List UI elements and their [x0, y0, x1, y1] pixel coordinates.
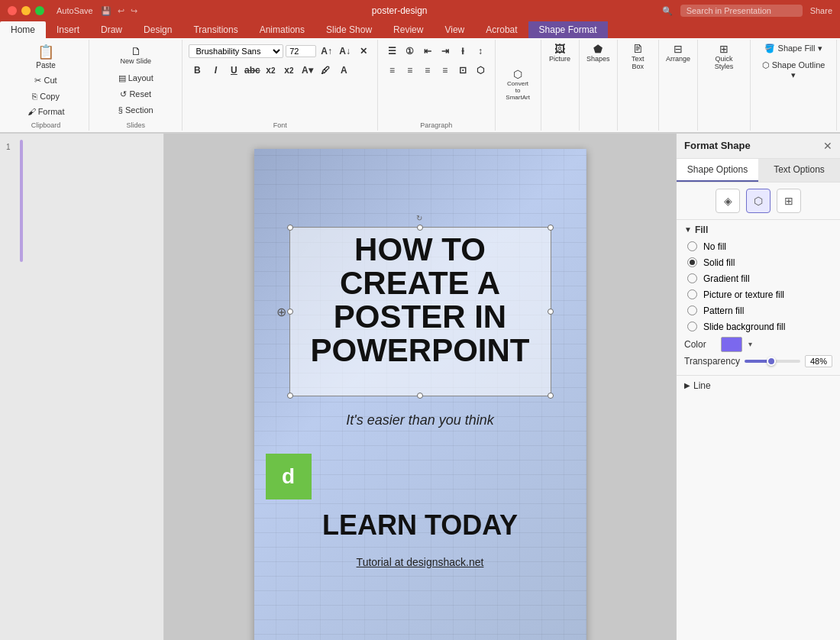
- fill-option-no-fill[interactable]: No fill: [684, 240, 832, 254]
- transparency-value-input[interactable]: [805, 355, 832, 367]
- text-direction[interactable]: ⊡: [454, 62, 470, 79]
- superscript-button[interactable]: x2: [262, 62, 279, 79]
- handle-bot-right[interactable]: [548, 393, 554, 399]
- tab-review[interactable]: Review: [383, 21, 434, 38]
- gradient-fill-label: Gradient fill: [703, 273, 750, 284]
- shape-outline-button[interactable]: ⬡ Shape Outline ▾: [755, 58, 832, 82]
- radio-pattern-fill[interactable]: [687, 305, 697, 315]
- align-left[interactable]: ≡: [384, 62, 400, 79]
- radio-slide-bg[interactable]: [687, 322, 697, 331]
- maximize-button[interactable]: [35, 6, 44, 15]
- fill-option-slide-bg[interactable]: Slide background fill: [684, 320, 832, 334]
- poster-learn[interactable]: LEARN TODAY: [254, 509, 586, 541]
- poster-logo[interactable]: d: [266, 454, 312, 499]
- font-color-picker[interactable]: A: [335, 62, 352, 79]
- line-section[interactable]: ▶ Line: [677, 375, 840, 396]
- tab-text-options[interactable]: Text Options: [758, 159, 840, 182]
- italic-button[interactable]: I: [207, 62, 224, 79]
- font-size-input[interactable]: [286, 45, 316, 57]
- strikethrough-button[interactable]: abc: [244, 62, 260, 79]
- textbox-button[interactable]: 🖹 Text Box: [622, 41, 654, 72]
- tab-draw[interactable]: Draw: [90, 21, 133, 38]
- copy-button[interactable]: ⎘ Copy: [23, 89, 69, 103]
- effects-icon-button[interactable]: ◈: [716, 189, 740, 213]
- format-button[interactable]: 🖌 Format: [23, 105, 69, 118]
- radio-picture-fill[interactable]: [687, 289, 697, 299]
- tab-shape-options[interactable]: Shape Options: [677, 159, 758, 182]
- layout-icon-button[interactable]: ⊞: [777, 189, 801, 213]
- numbering-button[interactable]: ①: [402, 43, 418, 60]
- fill-option-picture[interactable]: Picture or texture fill: [684, 288, 832, 302]
- tab-acrobat[interactable]: Acrobat: [475, 21, 528, 38]
- poster-subtitle[interactable]: It's easier than you think: [254, 412, 586, 428]
- new-slide-button[interactable]: 🗋 New Slide: [117, 44, 154, 66]
- canvas-area[interactable]: ↻ ⊕ HOW TOCREATE APOSTER INPOWERPOINT It…: [164, 134, 676, 640]
- slide-thumbnail[interactable]: HOW TO CREATE A POSTER IN POWERPOINT It'…: [20, 140, 23, 262]
- handle-mid-right[interactable]: [548, 309, 554, 315]
- poster-title[interactable]: HOW TOCREATE APOSTER INPOWERPOINT: [292, 233, 548, 367]
- indent-increase[interactable]: ⇥: [437, 43, 453, 60]
- shape-fill-button[interactable]: 🪣 Shape Fill ▾: [755, 41, 832, 56]
- clear-format-button[interactable]: ✕: [355, 43, 371, 60]
- reset-button[interactable]: ↺ Reset: [114, 87, 158, 102]
- poster-url[interactable]: Tutorial at designshack.net: [254, 556, 586, 568]
- smartart-button[interactable]: ⬡: [472, 62, 488, 79]
- tab-shape-format[interactable]: Shape Format: [528, 21, 608, 38]
- font-selector[interactable]: Brushability Sans: [189, 44, 283, 58]
- shapes-button[interactable]: ⬟ Shapes: [583, 41, 613, 64]
- format-panel-close[interactable]: ✕: [823, 140, 832, 152]
- section-button[interactable]: § Section: [114, 103, 158, 117]
- handle-top-left[interactable]: [287, 225, 293, 231]
- highlight-button[interactable]: 🖊: [317, 62, 334, 79]
- paste-button[interactable]: 📋 Paste: [32, 43, 60, 71]
- bullets-button[interactable]: ☰: [384, 43, 400, 60]
- tab-home[interactable]: Home: [0, 21, 46, 38]
- handle-top-right[interactable]: [548, 225, 554, 231]
- layout-button[interactable]: ▤ Layout: [114, 71, 158, 86]
- font-color-button[interactable]: A▾: [299, 62, 315, 79]
- tab-design[interactable]: Design: [133, 21, 183, 38]
- subscript-button[interactable]: x2: [280, 62, 297, 79]
- transparency-thumb[interactable]: [767, 357, 776, 366]
- tab-view[interactable]: View: [434, 21, 475, 38]
- tab-transitions[interactable]: Transitions: [183, 21, 248, 38]
- handle-top-mid[interactable]: [417, 225, 423, 231]
- fill-icon-button[interactable]: ⬡: [746, 189, 771, 213]
- handle-bot-mid[interactable]: [417, 393, 423, 399]
- fill-option-solid[interactable]: Solid fill: [684, 256, 832, 270]
- columns-button[interactable]: ⫲: [454, 43, 470, 60]
- tab-insert[interactable]: Insert: [46, 21, 90, 38]
- line-spacing[interactable]: ↕: [472, 43, 488, 60]
- font-size-increase[interactable]: A↑: [318, 43, 334, 60]
- cut-button[interactable]: ✂ Cut: [23, 73, 69, 88]
- picture-button[interactable]: 🖼 Picture: [546, 41, 573, 64]
- arrange-button[interactable]: ⊟ Arrange: [663, 41, 693, 64]
- tab-animations[interactable]: Animations: [249, 21, 315, 38]
- minimize-button[interactable]: [21, 6, 31, 15]
- fill-header[interactable]: ▼ Fill: [684, 225, 832, 235]
- radio-gradient-fill[interactable]: [687, 273, 697, 283]
- bold-button[interactable]: B: [189, 62, 205, 79]
- font-size-decrease[interactable]: A↓: [337, 43, 353, 60]
- quick-styles-button[interactable]: ⊞ Quick Styles: [703, 41, 745, 72]
- underline-button[interactable]: U: [225, 62, 242, 79]
- color-dropdown-button[interactable]: ▾: [748, 340, 752, 348]
- fill-option-pattern[interactable]: Pattern fill: [684, 304, 832, 318]
- share-button[interactable]: Share: [810, 6, 832, 15]
- align-right[interactable]: ≡: [419, 62, 435, 79]
- color-swatch-button[interactable]: [721, 337, 742, 352]
- search-input[interactable]: [680, 5, 803, 17]
- handle-bot-left[interactable]: [287, 393, 293, 399]
- radio-solid-fill[interactable]: [687, 257, 697, 267]
- rotate-handle[interactable]: ↻: [416, 214, 422, 222]
- indent-decrease[interactable]: ⇤: [419, 43, 435, 60]
- convert-smartart-button[interactable]: ⬡ Convert toSmartArt: [502, 66, 535, 102]
- align-center[interactable]: ≡: [402, 62, 418, 79]
- move-handle[interactable]: ⊕: [276, 304, 286, 318]
- tab-slideshow[interactable]: Slide Show: [315, 21, 383, 38]
- transparency-slider[interactable]: [745, 360, 800, 363]
- close-button[interactable]: [8, 6, 17, 15]
- align-justify[interactable]: ≡: [437, 62, 453, 79]
- fill-option-gradient[interactable]: Gradient fill: [684, 272, 832, 286]
- radio-no-fill[interactable]: [687, 241, 697, 251]
